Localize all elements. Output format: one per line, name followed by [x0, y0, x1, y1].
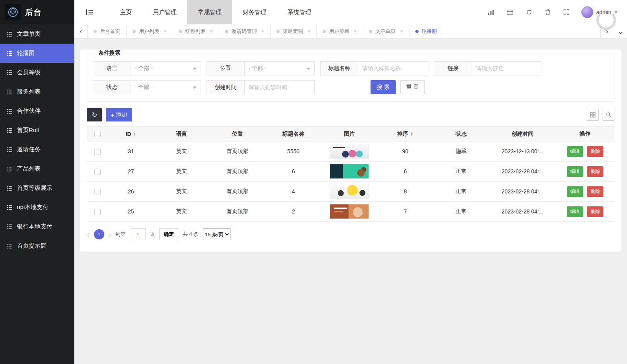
- toolbar-right: [587, 109, 614, 121]
- sidebar-item-service-list[interactable]: 服务列表: [0, 82, 74, 101]
- add-button[interactable]: + 添加: [106, 108, 132, 121]
- refresh-icon[interactable]: [526, 9, 532, 15]
- reset-button[interactable]: 重 置: [400, 80, 425, 94]
- cell-title: 6: [266, 162, 321, 182]
- menu-fold-icon[interactable]: [86, 9, 93, 15]
- bar-chart-icon[interactable]: [488, 9, 494, 15]
- cell-title: 2: [266, 202, 321, 222]
- sidebar-item-partners[interactable]: 合作伙伴: [0, 101, 74, 121]
- link-input[interactable]: [472, 61, 542, 75]
- cell-id: 26: [108, 182, 153, 202]
- search-toggle-button[interactable]: [603, 109, 614, 121]
- close-icon[interactable]: ×: [210, 28, 213, 34]
- tab-user-list[interactable]: 用户列表 ×: [127, 24, 173, 38]
- sidebar-item-home-popup[interactable]: 首页提示窗: [0, 236, 74, 256]
- cell-title: 4: [266, 182, 321, 202]
- prev-page-button[interactable]: ‹: [87, 230, 90, 238]
- username: admin: [596, 9, 611, 15]
- nav-user-management[interactable]: 用户管理: [142, 0, 187, 24]
- sidebar-item-home-level-display[interactable]: 首页等级展示: [0, 178, 74, 198]
- sidebar-item-label: 产品列表: [17, 165, 41, 173]
- row-checkbox[interactable]: [94, 169, 101, 175]
- fullscreen-icon[interactable]: [563, 9, 570, 15]
- delete-button[interactable]: 删除: [587, 146, 603, 157]
- sidebar-item-upi-payment[interactable]: upi本地支付: [0, 198, 74, 217]
- header-created: 创建时间: [489, 127, 556, 142]
- tabs-dropdown-button[interactable]: ⌄: [614, 24, 627, 38]
- sidebar-item-article-page[interactable]: 文章单页: [0, 24, 74, 44]
- user-menu[interactable]: admin: [581, 6, 618, 18]
- delete-button[interactable]: 删除: [587, 206, 603, 217]
- status-filter: 状态 - 全部 -: [93, 80, 201, 94]
- row-checkbox[interactable]: [94, 149, 101, 155]
- carousel-panel: 条件搜索 语言 - 全部 - 位置 - 全部 -: [80, 50, 621, 252]
- sidebar-menu: 文章单页 轮播图 会员等级 服务列表 合作伙伴 首页Roll: [0, 24, 74, 364]
- edit-button[interactable]: 编辑: [567, 166, 583, 177]
- row-checkbox[interactable]: [94, 209, 101, 215]
- edit-button[interactable]: 编辑: [567, 146, 583, 157]
- per-page-select[interactable]: 15 条/页: [203, 228, 231, 240]
- card-icon[interactable]: [507, 9, 513, 15]
- tab-article-page[interactable]: 文章单页 ×: [363, 24, 409, 38]
- cell-language: 英文: [153, 142, 209, 162]
- sort-desc-icon[interactable]: ▼: [133, 134, 136, 137]
- current-page-button[interactable]: 1: [94, 229, 104, 239]
- cell-position: 首页顶部: [210, 142, 266, 162]
- table-row: 27 英文 首页顶部 6 6 正常 2023-02-28 04:... 编辑 删…: [87, 162, 614, 182]
- sidebar-item-label: 首页提示窗: [17, 242, 46, 250]
- tab-label: 后台首页: [100, 28, 120, 35]
- chevron-down-icon: ⌄: [618, 27, 623, 36]
- column-filter-button[interactable]: [587, 109, 599, 121]
- sidebar-item-product-list[interactable]: 产品列表: [0, 159, 74, 178]
- tab-carousel[interactable]: 轮播图: [409, 24, 443, 38]
- sidebar-item-bank-payment[interactable]: 银行本地支付: [0, 217, 74, 236]
- title-input[interactable]: [358, 61, 428, 75]
- close-icon[interactable]: ×: [354, 28, 357, 34]
- created-input[interactable]: [245, 80, 315, 94]
- tab-redpacket-list[interactable]: 红包列表 ×: [173, 24, 219, 38]
- delete-button[interactable]: 删除: [587, 166, 603, 177]
- nav-system-management[interactable]: 系统管理: [277, 0, 322, 24]
- delete-button[interactable]: 删除: [587, 186, 603, 197]
- nav-finance-management[interactable]: 财务管理: [232, 0, 277, 24]
- language-select[interactable]: - 全部 -: [131, 61, 201, 75]
- position-select[interactable]: - 全部 -: [245, 61, 315, 75]
- edit-button[interactable]: 编辑: [567, 186, 583, 197]
- nav-label: 主页: [120, 9, 132, 16]
- status-select[interactable]: - 全部 -: [131, 80, 201, 94]
- goto-page-input[interactable]: [130, 228, 146, 240]
- row-checkbox[interactable]: [94, 189, 101, 195]
- tab-dashboard[interactable]: 后台首页: [88, 24, 127, 38]
- next-page-button[interactable]: ›: [109, 230, 111, 238]
- main-column: 主页 用户管理 常规管理 财务管理 系统管理: [74, 0, 627, 364]
- tabs-scroll-left-button[interactable]: ‹: [74, 24, 88, 38]
- table-row: 31 英文 首页顶部 5550 90 隐藏 2023-12-13 00:... …: [87, 142, 614, 162]
- refresh-button[interactable]: ↻: [87, 108, 102, 121]
- list-icon: [7, 32, 12, 37]
- select-all-checkbox[interactable]: [94, 131, 101, 137]
- sidebar-item-home-roll[interactable]: 首页Roll: [0, 121, 74, 140]
- tab-dot-icon: [323, 30, 326, 33]
- close-icon[interactable]: ×: [308, 28, 311, 34]
- tab-user-strategy[interactable]: 用户策略 ×: [317, 24, 363, 38]
- pagination: ‹ 1 › 到第 页 确定 共 4 条 15 条/页: [87, 228, 614, 240]
- close-icon[interactable]: ×: [400, 28, 403, 34]
- close-icon[interactable]: ×: [164, 28, 167, 34]
- sort-desc-icon[interactable]: ▼: [410, 134, 413, 136]
- tab-strategy-custom[interactable]: 策略定制 ×: [271, 24, 317, 38]
- search-button[interactable]: 搜 索: [371, 80, 396, 94]
- cell-sort: 90: [377, 142, 433, 162]
- sidebar-item-carousel[interactable]: 轮播图: [0, 44, 74, 63]
- tab-invite-code[interactable]: 邀请码管理 ×: [219, 24, 271, 38]
- trash-icon[interactable]: [545, 9, 551, 15]
- close-icon[interactable]: ×: [261, 28, 264, 34]
- nav-general-management[interactable]: 常规管理: [187, 0, 232, 24]
- search-row-2: 状态 - 全部 - 创建时间 搜 索 重 置: [93, 75, 609, 94]
- sidebar-item-invite-task[interactable]: 邀请任务: [0, 140, 74, 159]
- nav-home[interactable]: 主页: [109, 0, 142, 24]
- confirm-page-button[interactable]: 确定: [159, 228, 178, 240]
- edit-button[interactable]: 编辑: [567, 206, 583, 217]
- sidebar-item-member-level[interactable]: 会员等级: [0, 63, 74, 82]
- tabs-scroll-right-button[interactable]: ›: [600, 24, 614, 38]
- created-label: 创建时间: [207, 80, 245, 94]
